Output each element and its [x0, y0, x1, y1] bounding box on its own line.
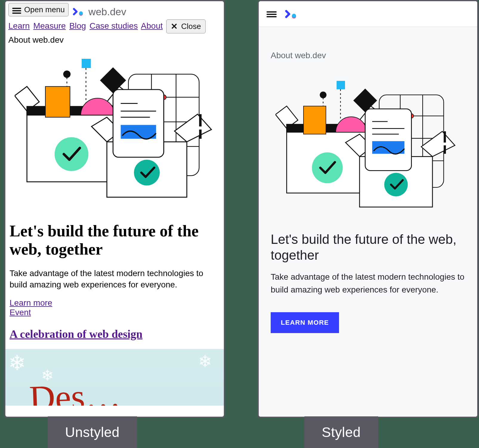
styled-viewport: About web.dev Let's build the future of … [258, 0, 478, 418]
nav-blog[interactable]: Blog [69, 21, 86, 30]
nav-link-row: Learn Measure Blog Case studies About ✕ … [5, 18, 224, 35]
close-label: Close [181, 22, 201, 31]
nav-learn[interactable]: Learn [8, 21, 30, 30]
headline: Let's build the future of the web, toget… [271, 232, 465, 263]
close-icon: ✕ [171, 21, 178, 31]
event-banner-image: ❄ ❄ ❄ Des… [5, 349, 224, 406]
hamburger-icon[interactable] [267, 10, 277, 18]
event-link[interactable]: Event [10, 308, 220, 317]
unstyled-viewport: Open menu web.dev Learn Measure Blog Cas… [4, 0, 225, 418]
hamburger-icon [12, 7, 21, 13]
webdev-logo-icon [73, 6, 85, 18]
headline: Let's build the future of the web, toget… [5, 213, 224, 261]
about-label: About web.dev [5, 35, 224, 46]
brand[interactable]: web.dev [73, 6, 126, 18]
celebration-link[interactable]: A celebration of web design [10, 328, 142, 340]
webdev-logo-icon[interactable] [285, 7, 298, 21]
open-menu-label: Open menu [24, 5, 65, 14]
about-label: About web.dev [271, 51, 465, 60]
hero-illustration [5, 46, 224, 213]
app-bar [259, 1, 477, 27]
caption-styled: Styled [304, 416, 378, 448]
brand-name: web.dev [88, 6, 126, 18]
learn-more-link[interactable]: Learn more [10, 298, 220, 308]
nav-about[interactable]: About [141, 21, 163, 30]
learn-more-button[interactable]: LEARN MORE [271, 312, 339, 333]
hero-illustration [271, 69, 465, 221]
nav-measure[interactable]: Measure [33, 21, 66, 30]
subheading: Take advantage of the latest modern tech… [5, 261, 224, 290]
caption-unstyled: Unstyled [48, 416, 137, 448]
subheading: Take advantage of the latest modern tech… [271, 270, 465, 296]
nav-case-studies[interactable]: Case studies [90, 21, 138, 30]
close-menu-button[interactable]: ✕ Close [166, 19, 205, 33]
open-menu-button[interactable]: Open menu [8, 3, 69, 16]
